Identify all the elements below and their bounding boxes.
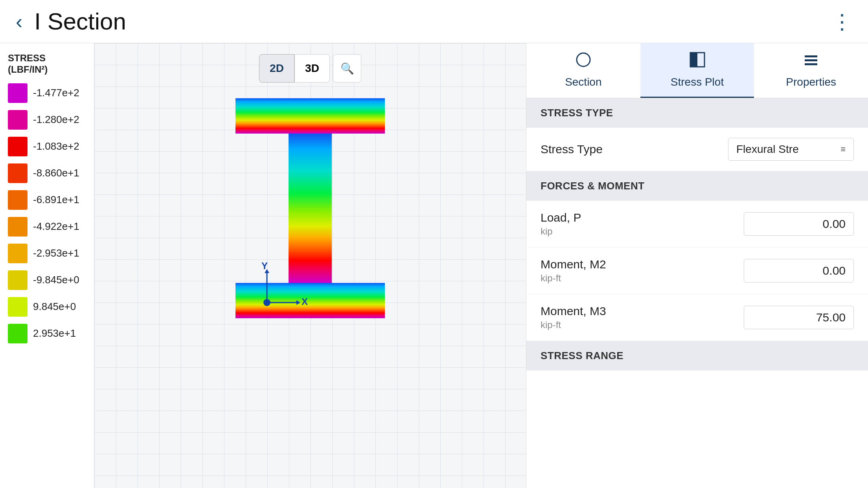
legend-color-swatch xyxy=(8,297,28,317)
canvas-area[interactable]: 2D 3D 🔍 xyxy=(94,43,526,488)
list-item: -6.891e+1 xyxy=(8,190,86,210)
moment-m3-label: Moment, M3 xyxy=(541,305,606,318)
moment-m3-row: Moment, M3 kip-ft xyxy=(526,294,868,341)
x-axis-label: X xyxy=(302,296,308,307)
moment-m3-label-group: Moment, M3 kip-ft xyxy=(541,305,606,330)
moment-m2-input[interactable] xyxy=(744,259,854,283)
legend-color-swatch xyxy=(8,190,28,210)
more-button[interactable]: ⋮ xyxy=(832,10,852,33)
list-item: 9.845e+0 xyxy=(8,297,86,317)
moment-m3-input[interactable] xyxy=(744,306,854,329)
svg-rect-5 xyxy=(805,63,817,65)
stress-type-value: Flexural Stre xyxy=(736,143,799,156)
legend-value: -1.280e+2 xyxy=(33,114,79,126)
list-item: -2.953e+1 xyxy=(8,244,86,263)
list-item: -1.477e+2 xyxy=(8,83,86,103)
beam-svg: X Y xyxy=(228,94,393,330)
tab-properties-label: Properties xyxy=(786,76,836,88)
tab-section-label: Section xyxy=(565,76,601,88)
legend-color-swatch xyxy=(8,217,28,237)
view-3d-button[interactable]: 3D xyxy=(294,54,330,83)
select-icon: ≡ xyxy=(840,144,846,154)
section-tab-icon xyxy=(575,51,592,72)
load-p-input[interactable] xyxy=(744,212,854,236)
legend-panel: STRESS(LBF/IN²) -1.477e+2 -1.280e+2 -1.0… xyxy=(0,43,94,488)
moment-m2-unit: kip-ft xyxy=(541,273,606,284)
svg-point-0 xyxy=(577,53,590,66)
load-p-label: Load, P xyxy=(541,211,581,224)
main-layout: STRESS(LBF/IN²) -1.477e+2 -1.280e+2 -1.0… xyxy=(0,43,868,488)
moment-m2-label-group: Moment, M2 kip-ft xyxy=(541,258,606,284)
back-button[interactable]: ‹ xyxy=(16,11,22,32)
view-2d-button[interactable]: 2D xyxy=(259,54,294,83)
web xyxy=(289,134,332,283)
load-p-unit: kip xyxy=(541,226,581,237)
moment-m2-label: Moment, M2 xyxy=(541,258,606,271)
stress-type-label-group: Stress Type xyxy=(541,143,603,156)
legend-value: -4.922e+1 xyxy=(33,220,79,233)
list-item: -1.280e+2 xyxy=(8,110,86,130)
stress-plot-tab-icon xyxy=(689,51,706,72)
svg-rect-4 xyxy=(805,59,817,61)
header: ‹ I Section ⋮ xyxy=(0,0,868,43)
top-flange xyxy=(235,98,385,134)
stress-type-select[interactable]: Flexural Stre ≡ xyxy=(728,138,854,161)
legend-value: -2.953e+1 xyxy=(33,247,79,259)
legend-value: 9.845e+0 xyxy=(33,301,76,313)
list-item: -1.083e+2 xyxy=(8,137,86,156)
y-axis-label: Y xyxy=(261,261,268,271)
list-item: -9.845e+0 xyxy=(8,270,86,290)
legend-title: STRESS(LBF/IN²) xyxy=(8,53,86,75)
bottom-flange xyxy=(235,283,385,318)
properties-tab-icon xyxy=(803,51,819,72)
list-item: -4.922e+1 xyxy=(8,217,86,237)
stress-type-header: STRESS TYPE xyxy=(526,98,868,128)
moment-m3-unit: kip-ft xyxy=(541,319,606,330)
list-item: -8.860e+1 xyxy=(8,163,86,183)
legend-color-swatch xyxy=(8,270,28,290)
legend-color-swatch xyxy=(8,83,28,103)
load-p-label-group: Load, P kip xyxy=(541,211,581,237)
legend-value: -8.860e+1 xyxy=(33,167,79,179)
tab-properties[interactable]: Properties xyxy=(754,43,868,98)
legend-color-swatch xyxy=(8,163,28,183)
header-left: ‹ I Section xyxy=(16,8,126,35)
tab-section[interactable]: Section xyxy=(526,43,640,98)
page-title: I Section xyxy=(34,8,126,35)
svg-rect-2 xyxy=(690,53,697,67)
legend-color-swatch xyxy=(8,137,28,156)
tab-stress-plot[interactable]: Stress Plot xyxy=(640,43,754,98)
view-controls: 2D 3D 🔍 xyxy=(259,54,361,83)
legend-color-swatch xyxy=(8,324,28,343)
moment-m2-row: Moment, M2 kip-ft xyxy=(526,248,868,294)
beam-shape: X Y xyxy=(228,94,393,330)
legend-value: 2.953e+1 xyxy=(33,327,76,339)
legend-value: -6.891e+1 xyxy=(33,194,79,206)
right-panel: Section Stress Plot xyxy=(526,43,868,488)
forces-header: FORCES & MOMENT xyxy=(526,171,868,201)
legend-value: -1.477e+2 xyxy=(33,87,79,99)
legend-color-swatch xyxy=(8,244,28,263)
svg-rect-3 xyxy=(805,55,817,57)
panel-content: STRESS TYPE Stress Type Flexural Stre ≡ … xyxy=(526,98,868,371)
legend-value: -1.083e+2 xyxy=(33,140,79,152)
stress-type-row: Stress Type Flexural Stre ≡ xyxy=(526,128,868,171)
stress-type-label: Stress Type xyxy=(541,143,603,156)
list-item: 2.953e+1 xyxy=(8,324,86,343)
legend-value: -9.845e+0 xyxy=(33,274,79,286)
tab-bar: Section Stress Plot xyxy=(526,43,868,98)
load-p-row: Load, P kip xyxy=(526,201,868,248)
stress-range-header: STRESS RANGE xyxy=(526,341,868,371)
zoom-button[interactable]: 🔍 xyxy=(333,54,361,83)
legend-color-swatch xyxy=(8,110,28,130)
tab-stress-plot-label: Stress Plot xyxy=(671,76,724,88)
